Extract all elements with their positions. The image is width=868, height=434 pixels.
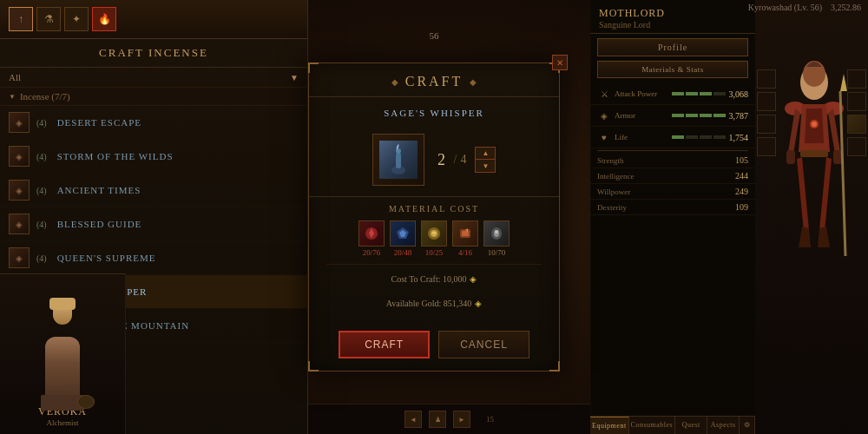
stat-bar xyxy=(672,92,684,95)
cost-row: Cost To Craft: 10,000 ◈ xyxy=(326,264,542,291)
stat-bar-empty xyxy=(713,92,726,95)
intelligence-label: Intelligence xyxy=(597,172,735,181)
char-figure xyxy=(23,298,102,402)
qty-increase-button[interactable]: ▲ xyxy=(476,148,495,160)
tab-icon-4[interactable]: 🔥 xyxy=(92,7,116,31)
equip-slot xyxy=(757,92,776,111)
panel-title: CRAFT INCENSE xyxy=(0,39,307,68)
cancel-button[interactable]: Cancel xyxy=(438,331,529,358)
attack-label: Attack Power xyxy=(615,89,665,98)
close-button[interactable]: ✕ xyxy=(552,55,568,70)
stat-row-dexterity: Dexterity 109 xyxy=(590,200,755,215)
material-icon-2 xyxy=(390,220,416,247)
list-item[interactable]: ◈ (4) BLESSED GUIDE xyxy=(0,207,307,241)
list-item[interactable]: ◈ (4) DESERT ESCAPE xyxy=(0,106,307,140)
materials-row: 20/76 20/48 xyxy=(326,220,542,257)
list-item[interactable]: ◈ (4) STORM OF THE WILDS xyxy=(0,140,307,174)
bottom-icon-left[interactable]: ◄ xyxy=(404,411,422,428)
svg-rect-18 xyxy=(786,150,795,164)
stat-row-armor: ◈ Armor 3,787 xyxy=(590,105,755,127)
material-svg-1 xyxy=(364,226,379,241)
equip-slot xyxy=(757,137,776,156)
intelligence-value: 244 xyxy=(735,171,748,181)
player-info: Kyrowashad (Lv. 56) xyxy=(748,3,822,12)
quantity-display: 2 / 4 xyxy=(433,151,467,169)
left-panel: ↑ ⚗ ✦ 🔥 CRAFT INCENSE All ▼ ▼ Incense (7… xyxy=(0,0,308,434)
right-char-name: MOTHLORD xyxy=(599,7,746,20)
tab-equipment[interactable]: Equipment xyxy=(590,417,629,434)
willpower-value: 249 xyxy=(735,187,748,196)
armor-label: Armor xyxy=(615,111,665,120)
craft-button[interactable]: Craft xyxy=(339,331,430,358)
mat-qty-5: 10/70 xyxy=(488,248,506,257)
tab-icon-1[interactable]: ↑ xyxy=(9,7,33,31)
item-svg-icon xyxy=(385,142,412,177)
tab-icon-2[interactable]: ⚗ xyxy=(36,7,61,31)
corner-bl xyxy=(308,361,319,372)
recipe-name-2: STORM OF THE WILDS xyxy=(57,151,174,161)
corner-br xyxy=(549,361,560,372)
tab-aspects[interactable]: Aspects xyxy=(707,417,740,434)
bottom-icon-right[interactable]: ► xyxy=(453,411,470,428)
header-diamond-right: ◆ xyxy=(470,77,477,87)
craft-item-preview: 2 / 4 ▲ ▼ xyxy=(309,127,559,196)
tab-extra[interactable]: ⚙ xyxy=(740,417,755,434)
tab-icon-3[interactable]: ✦ xyxy=(64,7,89,31)
list-item[interactable]: ◈ (4) QUEEN'S SUPREME xyxy=(0,241,307,275)
recipe-icon-1: ◈ xyxy=(9,112,30,133)
armor-icon: ◈ xyxy=(597,108,611,122)
recipe-icon-5: ◈ xyxy=(9,247,30,268)
recipe-icon-4: ◈ xyxy=(9,214,30,234)
modal-title: CRAFT xyxy=(405,74,464,89)
right-char-sub: Sanguine Lord xyxy=(599,20,746,30)
tab-quest[interactable]: Quest xyxy=(675,417,707,434)
equip-slot xyxy=(757,69,776,89)
char-head xyxy=(53,302,72,325)
top-header: Kyrowashad (Lv. 56) 3,252.86 xyxy=(741,0,868,15)
stat-bar xyxy=(686,114,698,117)
bottom-icon-char[interactable]: ♟ xyxy=(429,411,446,428)
life-icon: ♥ xyxy=(597,130,611,144)
item-icon-inner xyxy=(379,141,418,179)
stat-bar xyxy=(686,92,698,95)
list-item[interactable]: ◈ (4) ANCIENT TIMES xyxy=(0,174,307,207)
char-body xyxy=(45,337,80,402)
stat-row-willpower: Willpower 249 xyxy=(590,184,755,200)
item-name: SAGE'S WHISPER xyxy=(384,108,484,118)
craft-modal: ✕ ◆ CRAFT ◆ SAGE'S WHISPER 2 / 4 xyxy=(308,62,560,372)
tab-consumables[interactable]: Consumables xyxy=(629,417,676,434)
recipe-qty-1: (4) xyxy=(36,118,47,128)
svg-point-22 xyxy=(812,122,817,127)
quantity-stepper[interactable]: ▲ ▼ xyxy=(475,147,496,173)
stat-separator xyxy=(597,150,748,151)
filter-row: All ▼ xyxy=(0,68,307,88)
recipe-qty-4: (4) xyxy=(36,220,47,229)
life-bars xyxy=(672,135,726,139)
stat-row-strength: Strength 105 xyxy=(590,153,755,168)
stats-btn-row: Materials & Stats xyxy=(590,61,755,83)
materials-stats-button[interactable]: Materials & Stats xyxy=(597,61,748,78)
armor-character-figure xyxy=(776,9,852,399)
filter-label: All xyxy=(9,72,21,82)
stat-row-intelligence: Intelligence 244 xyxy=(590,168,755,184)
header-diamond-left: ◆ xyxy=(391,77,398,87)
material-item-2: 20/48 xyxy=(390,220,416,257)
material-icon-3 xyxy=(421,220,447,247)
filter-dropdown[interactable]: ▼ xyxy=(290,73,299,82)
qty-decrease-button[interactable]: ▼ xyxy=(476,160,495,172)
available-row: Available Gold: 851,340 ◈ xyxy=(326,291,542,317)
recipe-name-3: ANCIENT TIMES xyxy=(57,185,141,195)
material-svg-4 xyxy=(457,226,473,241)
stat-bar-empty xyxy=(700,135,712,139)
equip-slot xyxy=(847,115,866,134)
strength-label: Strength xyxy=(597,156,735,165)
material-cost-label: MATERIAL COST xyxy=(326,204,542,214)
material-icon-5 xyxy=(483,220,510,247)
item-name-row: SAGE'S WHISPER xyxy=(309,97,559,127)
category-header: ▼ Incense (7/7) xyxy=(0,88,307,106)
recipe-icon-3: ◈ xyxy=(9,180,30,201)
recipe-qty-5: (4) xyxy=(36,253,47,263)
qty-separator: / xyxy=(454,153,457,167)
category-arrow: ▼ xyxy=(9,93,16,101)
profile-button[interactable]: Profile xyxy=(597,38,748,56)
